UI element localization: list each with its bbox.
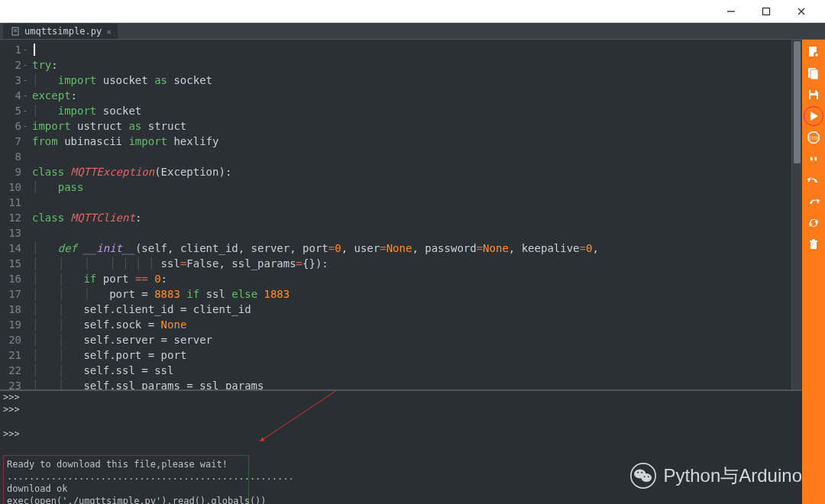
svg-point-25 xyxy=(641,472,642,473)
console-line xyxy=(0,415,802,428)
tab-filename: umqttsimple.py xyxy=(24,26,102,37)
code-editor[interactable]: 1234567891011121314151617181920212223 --… xyxy=(0,40,802,389)
svg-rect-18 xyxy=(810,242,817,249)
status-line: Ready to download this file,please wait! xyxy=(7,458,245,470)
close-window-button[interactable] xyxy=(794,5,808,18)
side-toolbar: STOP xyxy=(802,40,825,504)
new-file-icon[interactable] xyxy=(804,43,823,61)
svg-point-26 xyxy=(643,476,645,477)
editor-scrollbar[interactable] xyxy=(791,40,802,389)
undo-icon[interactable] xyxy=(804,171,823,189)
line-number-gutter: 1234567891011121314151617181920212223 xyxy=(0,40,21,389)
svg-rect-14 xyxy=(810,90,815,93)
redo-icon[interactable] xyxy=(804,192,823,211)
minimize-button[interactable] xyxy=(724,5,738,18)
watermark-text: Python与Arduino xyxy=(664,464,802,488)
scrollbar-thumb[interactable] xyxy=(794,41,801,163)
window-titlebar xyxy=(0,0,825,23)
svg-text:STOP: STOP xyxy=(808,135,820,141)
svg-point-23 xyxy=(641,473,652,482)
open-file-icon[interactable] xyxy=(804,64,823,82)
wechat-icon xyxy=(630,463,656,489)
connect-icon[interactable] xyxy=(804,150,823,168)
svg-point-24 xyxy=(637,472,639,473)
save-icon[interactable] xyxy=(804,86,823,104)
svg-rect-20 xyxy=(812,239,815,241)
delete-icon[interactable] xyxy=(804,235,823,254)
file-icon xyxy=(11,27,20,36)
svg-rect-19 xyxy=(810,241,817,242)
console-line: >>> xyxy=(0,403,802,415)
fold-gutter[interactable]: ------ xyxy=(21,40,29,389)
stop-icon[interactable]: STOP xyxy=(804,128,823,147)
console-line: >>> xyxy=(0,391,802,403)
console-line xyxy=(0,440,802,452)
sync-icon[interactable] xyxy=(804,214,823,232)
svg-rect-1 xyxy=(763,8,770,15)
svg-point-27 xyxy=(647,476,649,477)
maximize-button[interactable] xyxy=(759,5,773,18)
code-area[interactable]: try:│ import usocket as socketexcept:│ i… xyxy=(29,40,791,389)
console-line: >>> xyxy=(0,428,802,440)
tab-close-icon[interactable]: ✕ xyxy=(106,27,112,37)
download-status-box: Ready to download this file,please wait!… xyxy=(3,455,249,504)
svg-rect-13 xyxy=(810,69,818,79)
status-line: download ok xyxy=(7,483,245,495)
watermark: Python与Arduino xyxy=(630,463,802,489)
run-icon[interactable] xyxy=(804,107,823,125)
status-line: exec(open('./umqttsimple.py').read(),glo… xyxy=(7,495,245,504)
tab-file[interactable]: umqttsimple.py ✕ xyxy=(3,24,118,39)
tab-bar: umqttsimple.py ✕ xyxy=(0,23,825,40)
svg-rect-15 xyxy=(810,95,817,99)
status-line: ........................................… xyxy=(7,470,245,483)
